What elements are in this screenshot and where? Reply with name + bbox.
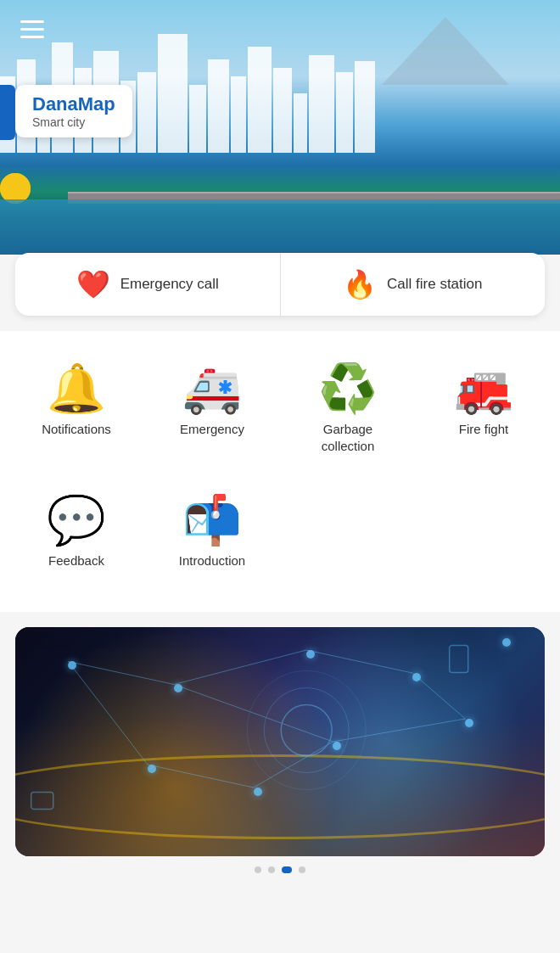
notifications-item[interactable]: 🔔 Notifications xyxy=(8,356,144,471)
emergency-item[interactable]: 🚑 Emergency xyxy=(144,356,280,471)
svg-rect-12 xyxy=(450,645,468,672)
svg-line-8 xyxy=(174,684,333,742)
garbage-collection-item[interactable]: ♻️ Garbagecollection xyxy=(280,356,416,471)
svg-line-7 xyxy=(68,661,148,765)
fire-station-call-button[interactable]: 🔥 Call fire station xyxy=(281,253,546,316)
garbage-collection-label: Garbagecollection xyxy=(322,421,375,454)
carousel-dot-2[interactable] xyxy=(268,866,275,873)
emergency-call-button[interactable]: ❤️ Emergency call xyxy=(15,253,281,316)
hamburger-menu[interactable] xyxy=(15,15,49,43)
introduction-icon: 📬 xyxy=(182,496,242,544)
call-strip: ❤️ Emergency call 🔥 Call fire station xyxy=(15,253,545,316)
carousel-indicators xyxy=(0,856,560,890)
emergency-label: Emergency xyxy=(180,421,244,438)
carousel-dot-3[interactable] xyxy=(282,866,292,873)
hamburger-line-1 xyxy=(20,20,44,23)
svg-line-5 xyxy=(254,742,333,788)
introduction-label: Introduction xyxy=(179,552,245,569)
feedback-label: Feedback xyxy=(48,552,104,569)
emergency-call-label: Emergency call xyxy=(120,276,219,293)
svg-line-0 xyxy=(68,661,174,684)
smart-city-background xyxy=(15,627,545,856)
network-lines-svg xyxy=(15,627,545,856)
carousel-dot-4[interactable] xyxy=(299,866,305,873)
svg-line-1 xyxy=(174,650,306,685)
bell-icon: 🔔 xyxy=(47,365,106,412)
notifications-label: Notifications xyxy=(42,421,111,438)
svg-point-11 xyxy=(247,670,366,789)
svg-point-10 xyxy=(264,687,349,772)
brand-accent-bar xyxy=(0,85,15,140)
garbage-truck-icon: ♻️ xyxy=(318,365,378,412)
hamburger-line-2 xyxy=(20,28,44,31)
main-icon-grid: 🔔 Notifications 🚑 Emergency ♻️ Garbageco… xyxy=(0,331,560,479)
svg-line-4 xyxy=(333,719,465,742)
svg-line-6 xyxy=(148,765,254,788)
hamburger-line-3 xyxy=(20,36,44,38)
app-name: DanaMap xyxy=(32,93,115,115)
feedback-item[interactable]: 💬 Feedback xyxy=(8,488,144,586)
carousel-dot-1[interactable] xyxy=(255,866,261,873)
svg-point-9 xyxy=(281,704,332,755)
fire-icon: 🔥 xyxy=(343,268,377,300)
svg-rect-13 xyxy=(31,792,53,809)
fire-station-label: Call fire station xyxy=(387,276,482,293)
hero-banner: DanaMap Smart city xyxy=(0,0,560,255)
ambulance-icon: 🚑 xyxy=(182,365,242,412)
app-subtitle: Smart city xyxy=(32,115,115,129)
feedback-icon: 💬 xyxy=(47,496,106,544)
secondary-icon-grid: 💬 Feedback 📬 Introduction xyxy=(0,479,560,612)
fire-fight-label: Fire fight xyxy=(459,421,508,438)
fire-truck-icon: 🚒 xyxy=(454,365,513,412)
svg-line-3 xyxy=(412,673,465,719)
introduction-item[interactable]: 📬 Introduction xyxy=(144,488,280,586)
brand-card: DanaMap Smart city xyxy=(15,85,132,137)
network-visualization xyxy=(15,627,545,856)
river xyxy=(0,199,560,255)
fire-fight-item[interactable]: 🚒 Fire fight xyxy=(416,356,552,471)
svg-line-2 xyxy=(306,650,412,673)
smart-city-banner[interactable] xyxy=(15,627,545,856)
heart-icon: ❤️ xyxy=(76,268,110,300)
